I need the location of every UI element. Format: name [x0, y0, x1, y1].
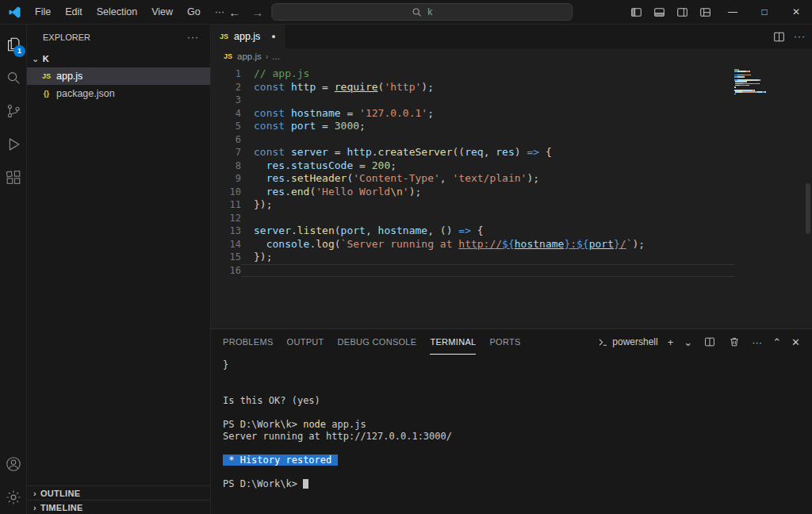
menu-view[interactable]: View	[144, 0, 180, 24]
activitybar-settings[interactable]	[0, 481, 26, 514]
code-line-5[interactable]: 5const port = 3000;	[211, 120, 812, 133]
code-line-2[interactable]: 2const http = require('http');	[211, 81, 812, 94]
code-line-8[interactable]: 8 res.statusCode = 200;	[211, 159, 812, 173]
tab-label: app.js	[234, 31, 260, 42]
menu-selection[interactable]: Selection	[90, 0, 144, 24]
activitybar-account[interactable]	[0, 447, 26, 481]
code-token: )	[515, 146, 527, 158]
code-token: });	[254, 198, 272, 210]
panel-tab-output[interactable]: OUTPUT	[287, 329, 324, 355]
code-token: server	[254, 224, 291, 236]
maximize-button[interactable]: □	[749, 0, 780, 24]
activitybar-source-control[interactable]	[0, 94, 26, 128]
code-line-15[interactable]: 15});	[211, 251, 812, 264]
customize-layout-icon[interactable]	[694, 6, 717, 18]
panel-tab-problems[interactable]: PROBLEMS	[223, 329, 274, 355]
panel-tab-terminal[interactable]: TERMINAL	[430, 329, 476, 355]
code-line-10[interactable]: 10 res.end('Hello World\n');	[211, 186, 812, 199]
search-icon	[5, 69, 22, 86]
close-panel-button[interactable]: ✕	[787, 336, 804, 348]
code-token: http	[291, 81, 316, 93]
code-line-12[interactable]: 12	[211, 212, 812, 225]
tab-bar: JS app.js ● ···	[211, 25, 812, 48]
code-text: // app.js	[241, 67, 734, 81]
menu-go[interactable]: Go	[180, 0, 208, 24]
code-line-16[interactable]: 16	[211, 264, 812, 278]
minimize-button[interactable]: —	[717, 0, 749, 24]
code-token: 'http'	[384, 81, 421, 93]
activitybar-explorer[interactable]: 1	[0, 28, 26, 61]
code-line-9[interactable]: 9 res.setHeader('Content-Type', 'text/pl…	[211, 172, 812, 186]
explorer-sidebar: EXPLORER ··· ⌄ K JSapp.js{}package.json …	[27, 25, 211, 514]
code-token	[285, 107, 291, 119]
activitybar-search[interactable]	[0, 61, 26, 94]
split-editor-icon[interactable]	[768, 31, 791, 43]
tab-app-js[interactable]: JS app.js ●	[211, 25, 285, 48]
editor-scrollbar[interactable]	[806, 183, 810, 234]
terminal-profile-dropdown[interactable]: ⌄	[680, 336, 696, 348]
code-line-1[interactable]: 1// app.js	[211, 67, 812, 81]
vscode-window: FileEditSelectionViewGo··· ← → k	[0, 0, 812, 514]
vscode-logo-icon	[8, 6, 21, 19]
forward-button[interactable]: →	[248, 6, 266, 19]
breadcrumb[interactable]: JS app.js › ...	[211, 48, 812, 64]
activitybar-extensions[interactable]	[0, 161, 26, 194]
kill-terminal-icon[interactable]	[723, 336, 745, 347]
code-token: res	[496, 146, 514, 158]
maximize-panel-button[interactable]: ⌃	[768, 336, 785, 348]
breadcrumb-symbol[interactable]: ...	[272, 52, 280, 61]
code-token: ,	[427, 224, 440, 236]
toggle-panel-icon[interactable]	[648, 6, 671, 18]
explorer-more-actions[interactable]: ···	[187, 32, 199, 43]
code-line-3[interactable]: 3	[211, 94, 812, 107]
close-button[interactable]: ✕	[780, 0, 812, 24]
sidebar-header: EXPLORER ···	[27, 25, 210, 50]
menu-edit[interactable]: Edit	[58, 0, 90, 24]
code-text	[241, 264, 734, 278]
powershell-icon	[598, 337, 608, 347]
workspace-folder-row[interactable]: ⌄ K	[27, 50, 210, 67]
section-outline[interactable]: ›OUTLINE	[27, 485, 210, 500]
code-line-11[interactable]: 11});	[211, 198, 812, 212]
code-token: const	[254, 81, 285, 93]
menu-overflow[interactable]: ···	[208, 0, 232, 24]
code-line-7[interactable]: 7const server = http.createServer((req, …	[211, 146, 812, 159]
terminal-text: PS D:\Work\k>	[223, 419, 303, 430]
code-line-6[interactable]: 6	[211, 133, 812, 147]
code-line-13[interactable]: 13server.listen(port, hostname, () => {	[211, 224, 812, 238]
code-token: hostname	[515, 238, 565, 250]
terminal-output[interactable]: } Is this OK? (yes) PS D:\Work\k> node a…	[211, 355, 812, 514]
panel-header: PROBLEMSOUTPUTDEBUG CONSOLETERMINALPORTS…	[211, 329, 812, 355]
section-timeline[interactable]: ›TIMELINE	[27, 500, 210, 514]
panel-tab-debug-console[interactable]: DEBUG CONSOLE	[338, 329, 417, 355]
code-editor[interactable]: 1// app.js2const http = require('http');…	[211, 64, 812, 328]
toggle-secondary-sidebar-icon[interactable]	[671, 6, 694, 18]
command-center-search[interactable]: k	[271, 3, 573, 21]
toggle-sidebar-icon[interactable]	[625, 6, 648, 18]
code-token: :	[570, 238, 576, 250]
file-name: package.json	[56, 88, 115, 99]
code-text	[241, 94, 734, 107]
menu-file[interactable]: File	[28, 0, 58, 24]
chevron-right-icon: ›	[266, 52, 269, 61]
code-line-14[interactable]: 14 console.log(`Server running at http:/…	[211, 238, 812, 251]
terminal-text: PS D:\Work\k>	[223, 478, 303, 489]
new-terminal-button[interactable]: +	[664, 336, 678, 348]
split-terminal-icon[interactable]	[699, 336, 721, 347]
code-token: {	[471, 224, 484, 236]
search-icon	[412, 7, 422, 17]
gear-icon	[5, 489, 22, 506]
terminal-profile[interactable]: powershell	[598, 336, 657, 347]
editor-more-actions[interactable]: ···	[794, 31, 806, 42]
panel-tabs: PROBLEMSOUTPUTDEBUG CONSOLETERMINALPORTS	[223, 329, 534, 355]
modified-indicator[interactable]: ●	[271, 33, 275, 40]
activitybar-run-debug[interactable]	[0, 128, 26, 161]
minimap[interactable]	[734, 69, 766, 97]
code-line-4[interactable]: 4const hostname = '127.0.0.1';	[211, 107, 812, 121]
code-token: );	[409, 186, 422, 198]
file-item-package.json[interactable]: {}package.json	[27, 85, 210, 102]
file-item-app.js[interactable]: JSapp.js	[27, 67, 210, 85]
breadcrumb-file[interactable]: app.js	[237, 52, 262, 61]
panel-more-actions[interactable]: ···	[748, 336, 766, 348]
panel-tab-ports[interactable]: PORTS	[489, 329, 520, 355]
